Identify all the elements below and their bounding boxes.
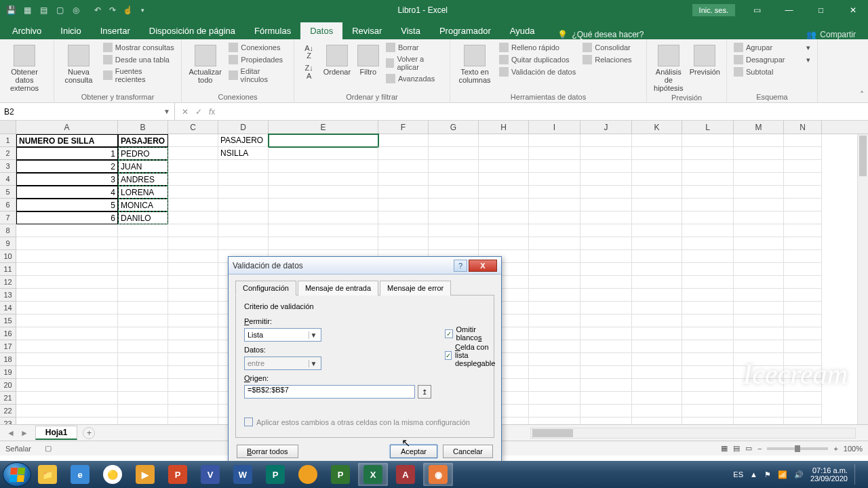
cell[interactable] — [632, 405, 682, 418]
tab-inicio[interactable]: Inicio — [51, 22, 90, 39]
cell[interactable] — [168, 379, 218, 392]
ungroup-button[interactable]: Desagrupar▾ — [732, 54, 812, 65]
show-queries-button[interactable]: Mostrar consultas — [102, 42, 176, 53]
row-header[interactable]: 16 — [0, 327, 16, 340]
cell[interactable] — [118, 327, 168, 340]
cell[interactable] — [784, 314, 822, 327]
cell[interactable] — [269, 173, 378, 186]
cell[interactable] — [218, 237, 269, 250]
cell[interactable] — [269, 199, 378, 211]
cell[interactable] — [580, 134, 632, 147]
dialog-tab-mensaje-error[interactable]: Mensaje de error — [380, 281, 451, 296]
cell[interactable] — [734, 276, 784, 289]
cell[interactable] — [632, 186, 682, 199]
cell[interactable] — [580, 250, 632, 263]
cell[interactable] — [682, 199, 734, 211]
tell-me-search[interactable]: 💡 ¿Qué desea hacer? — [557, 30, 644, 39]
cell[interactable] — [580, 314, 632, 327]
cell[interactable] — [734, 173, 784, 186]
cell[interactable] — [378, 199, 429, 211]
fx-icon[interactable]: fx — [209, 107, 215, 117]
accept-formula-icon[interactable]: ✓ — [195, 107, 202, 117]
tray-lang[interactable]: ES — [733, 470, 743, 479]
row-header[interactable]: 13 — [0, 289, 16, 302]
cell[interactable] — [269, 237, 378, 250]
cell[interactable] — [168, 224, 218, 237]
cell[interactable] — [682, 366, 734, 379]
col-header-F[interactable]: F — [378, 121, 429, 134]
cell[interactable] — [632, 340, 682, 353]
taskbar-word[interactable]: W — [228, 463, 258, 486]
tab-revisar[interactable]: Revisar — [342, 22, 391, 39]
cell[interactable] — [632, 250, 682, 263]
minimize-icon[interactable]: — — [774, 0, 804, 20]
cell[interactable] — [269, 211, 378, 224]
cell[interactable] — [632, 366, 682, 379]
cell[interactable] — [632, 237, 682, 250]
cell[interactable] — [378, 134, 429, 147]
group-button[interactable]: Agrupar▾ — [732, 42, 812, 53]
cell[interactable] — [682, 173, 734, 186]
cell[interactable] — [269, 134, 378, 147]
cell[interactable] — [529, 160, 580, 173]
sheet-nav-prev-icon[interactable]: ◄ — [7, 428, 15, 438]
cell[interactable] — [784, 250, 822, 263]
taskbar-recorder[interactable]: ◉ — [423, 463, 453, 486]
cell[interactable] — [479, 173, 529, 186]
macro-record-icon[interactable]: ▢ — [45, 444, 52, 453]
cell[interactable]: LORENA — [118, 186, 168, 199]
col-header-I[interactable]: I — [529, 121, 580, 134]
cell[interactable] — [479, 134, 529, 147]
cell[interactable] — [580, 186, 632, 199]
cell[interactable] — [632, 173, 682, 186]
cell[interactable] — [734, 237, 784, 250]
taskbar-explorer[interactable]: 📁 — [33, 463, 62, 486]
cell[interactable] — [580, 211, 632, 224]
horizontal-scrollbar[interactable] — [530, 428, 856, 439]
cell[interactable] — [784, 199, 822, 211]
cell[interactable] — [16, 276, 118, 289]
cell[interactable] — [682, 134, 734, 147]
cell[interactable] — [784, 160, 822, 173]
row-header[interactable]: 21 — [0, 392, 16, 405]
cell[interactable] — [429, 186, 479, 199]
cell[interactable] — [118, 289, 168, 302]
cell[interactable] — [734, 327, 784, 340]
taskbar-media[interactable]: ▶ — [130, 463, 160, 486]
cell[interactable] — [682, 405, 734, 418]
taskbar-app-orange[interactable] — [293, 463, 323, 486]
cell[interactable] — [632, 147, 682, 160]
cell[interactable] — [734, 302, 784, 314]
cell[interactable]: 3 — [16, 173, 118, 186]
cell[interactable] — [632, 134, 682, 147]
cell[interactable] — [479, 199, 529, 211]
row-header[interactable]: 10 — [0, 250, 16, 263]
cell[interactable] — [529, 186, 580, 199]
cell[interactable] — [784, 405, 822, 418]
cell[interactable] — [168, 392, 218, 405]
col-header-B[interactable]: B — [118, 121, 168, 134]
cell[interactable] — [168, 263, 218, 276]
cell[interactable] — [580, 379, 632, 392]
cell[interactable] — [479, 237, 529, 250]
refresh-all-button[interactable]: Actualizar todo — [187, 42, 223, 84]
cell[interactable] — [580, 340, 632, 353]
cell[interactable] — [784, 366, 822, 379]
cell[interactable] — [580, 199, 632, 211]
col-header-C[interactable]: C — [168, 121, 218, 134]
dropdown-cell-checkbox[interactable]: ✓Celda con lista desplegable — [445, 343, 497, 367]
cell[interactable] — [784, 186, 822, 199]
cell[interactable] — [682, 237, 734, 250]
cell[interactable] — [784, 289, 822, 302]
taskbar-chrome[interactable]: 🟡 — [98, 463, 127, 486]
col-header-G[interactable]: G — [429, 121, 479, 134]
cell[interactable] — [784, 302, 822, 314]
cell[interactable] — [218, 160, 269, 173]
cell[interactable] — [734, 379, 784, 392]
forecast-button[interactable]: Previsión — [689, 42, 722, 76]
dialog-help-button[interactable]: ? — [454, 260, 467, 272]
cell[interactable] — [378, 186, 429, 199]
cell[interactable] — [580, 276, 632, 289]
qat-icon-4[interactable]: ▢ — [54, 5, 65, 16]
cell[interactable] — [118, 224, 168, 237]
